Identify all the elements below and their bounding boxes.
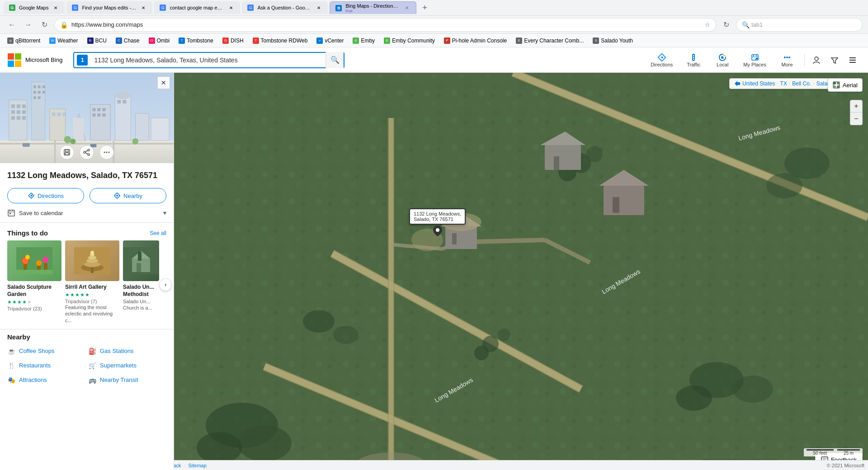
zoom-controls: + − bbox=[850, 100, 863, 125]
svg-point-19 bbox=[788, 56, 790, 58]
refresh-button[interactable]: ↻ bbox=[38, 19, 51, 31]
tab-favicon-google-maps: G bbox=[9, 5, 15, 11]
tab-close-find-edits[interactable]: ✕ bbox=[140, 4, 147, 11]
svg-rect-162 bbox=[604, 186, 644, 215]
nearby-attractions[interactable]: 🎭 Attractions bbox=[7, 374, 85, 386]
reload-button[interactable]: ↻ bbox=[720, 19, 732, 31]
transit-icon: 🚌 bbox=[88, 376, 96, 384]
browser-search-field[interactable]: 🔍 tab1 bbox=[736, 18, 863, 32]
sidebar-collapse-button[interactable]: ‹ bbox=[174, 263, 174, 281]
browser-tab-find-edits[interactable]: G Find your Maps edits - Comp... ✕ bbox=[66, 1, 152, 14]
see-all-link[interactable]: See all bbox=[150, 230, 166, 236]
satellite-map[interactable]: Long Meadows Long Meadows Long Meadows bbox=[174, 73, 868, 470]
map-area[interactable]: Long Meadows Long Meadows Long Meadows bbox=[174, 73, 868, 470]
new-tab-button[interactable]: + bbox=[418, 1, 431, 14]
save-to-calendar[interactable]: Save to calendar ▾ bbox=[0, 209, 174, 223]
bookmark-tombstone[interactable]: T Tombstone bbox=[175, 35, 217, 46]
nearby-coffee-shops[interactable]: ☕ Coffee Shops bbox=[7, 345, 85, 357]
nearby-restaurants[interactable]: 🍴 Restaurants bbox=[7, 360, 85, 371]
bookmark-dish[interactable]: D DISH bbox=[219, 35, 247, 46]
breadcrumb-us[interactable]: United States bbox=[742, 80, 775, 87]
directions-button[interactable]: Directions bbox=[7, 188, 84, 203]
nearby-grid: ☕ Coffee Shops ⛽ Gas Stations 🍴 Restaura… bbox=[7, 345, 166, 386]
bookmark-emby-community[interactable]: E Emby Community bbox=[380, 35, 439, 46]
browser-tab-bing-maps[interactable]: B Bing Maps - Directions, trip pl... tru… bbox=[330, 1, 416, 14]
svg-rect-50 bbox=[57, 113, 61, 116]
hamburger-menu-button[interactable] bbox=[844, 52, 861, 68]
filter-button[interactable] bbox=[826, 52, 843, 68]
card-rating-count-sirril-art: (7) bbox=[91, 299, 97, 304]
bookmark-icon-pihole: P bbox=[444, 38, 450, 44]
nearby-label-supermarkets: Supermarkets bbox=[100, 362, 137, 369]
toolbar-local-button[interactable]: ★ Local bbox=[709, 51, 736, 69]
toolbar-my-places-button[interactable]: ★ My Places bbox=[738, 51, 772, 69]
tab-close-bing[interactable]: ✕ bbox=[403, 5, 410, 12]
share-icon-button[interactable] bbox=[80, 145, 94, 160]
nearby-supermarkets[interactable]: 🛒 Supermarkets bbox=[88, 360, 166, 371]
bookmark-salado-youth[interactable]: S Salado Youth bbox=[589, 35, 637, 46]
map-satellite-svg: Long Meadows Long Meadows Long Meadows bbox=[174, 73, 868, 470]
nearby-button[interactable]: Nearby bbox=[90, 188, 166, 203]
aerial-button[interactable]: Aerial bbox=[828, 78, 863, 92]
bookmark-bcu[interactable]: B BCU bbox=[84, 35, 110, 46]
maps-toolbar: Microsoft Bing 1 1132 Long Meadows, Sala… bbox=[0, 47, 868, 73]
bookmark-icon-ombi: O bbox=[149, 38, 155, 44]
svg-rect-156 bbox=[545, 145, 581, 170]
card-image-salado-united bbox=[123, 240, 159, 281]
tab-close-contact[interactable]: ✕ bbox=[227, 4, 235, 11]
bookmark-pihole[interactable]: P Pi-hole Admin Console bbox=[440, 35, 510, 46]
toolbar-directions-button[interactable]: Directions bbox=[645, 51, 678, 69]
bookmark-emby[interactable]: E Emby bbox=[349, 35, 378, 46]
zoom-in-button[interactable]: + bbox=[850, 100, 863, 113]
browser-tab-google-maps[interactable]: G Google Maps ✕ bbox=[4, 1, 65, 14]
footer-sitemap[interactable]: Sitemap bbox=[189, 463, 207, 468]
close-preview-button[interactable]: ✕ bbox=[157, 76, 170, 89]
card-name-sirril-art: Sirril Art Gallery bbox=[65, 284, 119, 291]
toolbar-directions-label: Directions bbox=[651, 62, 673, 67]
more-options-button[interactable] bbox=[99, 145, 114, 160]
bookmark-vcenter[interactable]: v vCenter bbox=[313, 35, 347, 46]
card-salado-sculpture[interactable]: Salado Sculpture Garden ★ ★ ★ ★ ★ Tripad… bbox=[7, 240, 61, 323]
back-button[interactable]: ← bbox=[5, 19, 18, 31]
svg-rect-164 bbox=[613, 197, 619, 213]
nearby-gas-stations[interactable]: ⛽ Gas Stations bbox=[88, 345, 166, 357]
zoom-out-button[interactable]: − bbox=[850, 113, 863, 125]
location-pin[interactable]: 1132 Long Meadows,Salado, TX 76571 bbox=[409, 208, 466, 236]
bookmark-chase[interactable]: C Chase bbox=[112, 35, 143, 46]
search-submit-button[interactable]: 🔍 bbox=[326, 52, 344, 68]
bookmark-qbittorrent[interactable]: q qBittorrent bbox=[4, 35, 44, 46]
tab-close-google-maps[interactable]: ✕ bbox=[52, 4, 59, 11]
bookmark-every-char[interactable]: E Every Character Comb... bbox=[512, 35, 587, 46]
card-salado-united[interactable]: Salado Un...Methodist Salado Un... Churc… bbox=[123, 240, 159, 323]
svg-rect-103 bbox=[16, 270, 52, 274]
profile-button[interactable] bbox=[808, 52, 825, 68]
tab-close-ask[interactable]: ✕ bbox=[315, 4, 322, 11]
browser-tab-contact[interactable]: G contact google map edit - Go... ✕ bbox=[154, 1, 240, 14]
toolbar-traffic-button[interactable]: Traffic bbox=[680, 51, 707, 69]
directions-icon bbox=[657, 53, 666, 62]
nearby-transit[interactable]: 🚌 Nearby Transit bbox=[88, 374, 166, 386]
address-info: 1132 Long Meadows, Salado, TX 76571 bbox=[0, 163, 174, 184]
pin-icon bbox=[433, 226, 442, 236]
save-icon-button[interactable] bbox=[60, 145, 74, 160]
bing-logo[interactable]: Microsoft Bing bbox=[7, 53, 62, 67]
bookmark-icon-salado-youth: S bbox=[593, 38, 599, 44]
sirril-image bbox=[74, 247, 110, 274]
breadcrumb-tx[interactable]: TX bbox=[780, 80, 787, 87]
bookmark-ombi[interactable]: O Ombi bbox=[145, 35, 174, 46]
bookmark-icon-tombstone: T bbox=[179, 38, 185, 44]
browser-tab-ask[interactable]: G Ask a Question - Google Maps... ✕ bbox=[242, 1, 328, 14]
bookmark-tombstone-rdweb[interactable]: T Tombstone RDWeb bbox=[249, 35, 311, 46]
toolbar-my-places-label: My Places bbox=[743, 62, 766, 67]
forward-button[interactable]: → bbox=[22, 19, 34, 31]
star-button[interactable]: ☆ bbox=[705, 21, 710, 28]
bookmark-weather[interactable]: W Weather bbox=[46, 35, 81, 46]
address-bar[interactable]: 🔒 https://www.bing.com/maps ☆ bbox=[54, 18, 716, 32]
breadcrumb-bell[interactable]: Bell Co. bbox=[792, 80, 811, 87]
search-box[interactable]: 1 1132 Long Meadows, Salado, Texas, Unit… bbox=[73, 52, 344, 68]
card-sirril-art[interactable]: Sirril Art Gallery ★ ★ ★ ★ ★ Tripadvisor… bbox=[65, 240, 119, 323]
tab-favicon-find-edits: G bbox=[72, 5, 78, 11]
cards-next-button[interactable]: › bbox=[159, 278, 172, 291]
toolbar-more-button[interactable]: More bbox=[774, 51, 801, 69]
svg-point-97 bbox=[25, 255, 30, 259]
